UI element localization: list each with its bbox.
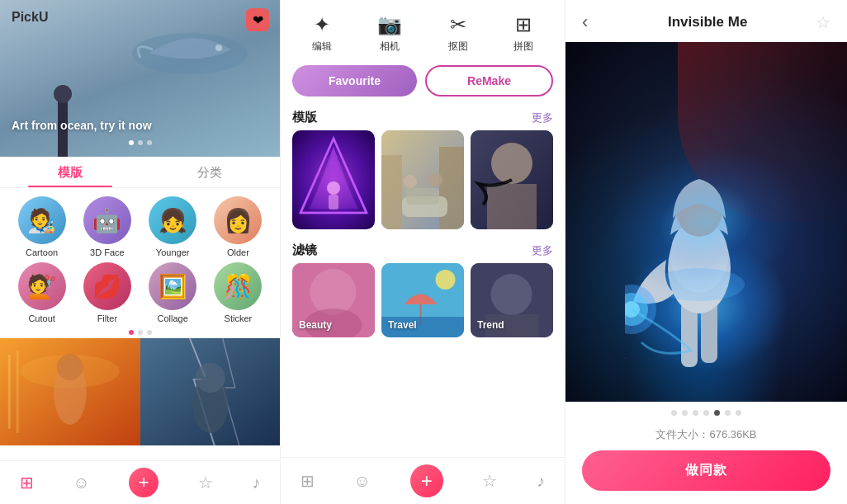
left-bottom-nav: ⊞ ☺ + ☆ ♪ <box>0 460 280 504</box>
nav-grid[interactable]: ⊞ <box>20 473 34 492</box>
app-name: PickU <box>12 10 48 25</box>
feature-3dface[interactable]: 🤖 3D Face <box>77 196 137 257</box>
main-image <box>565 42 847 402</box>
hero-dot-3 <box>147 140 152 145</box>
hero-dot-1 <box>129 140 134 145</box>
svg-rect-4 <box>17 351 19 433</box>
feature-collage[interactable]: 🖼️ Collage <box>143 262 203 323</box>
tool-collage[interactable]: ⊞ 拼图 <box>513 13 533 54</box>
mid-music-icon: ♪ <box>537 472 545 491</box>
collage-tool-label: 拼图 <box>513 40 533 54</box>
templates-section-header: 模版 更多 <box>281 105 565 130</box>
music-icon: ♪ <box>252 473 260 492</box>
nav-add-button[interactable]: + <box>129 468 159 497</box>
older-circle: 👩 <box>214 196 262 244</box>
promo-strip <box>0 338 280 445</box>
cta-area: 做同款 <box>565 450 847 504</box>
main-image-area <box>565 42 847 402</box>
svg-point-10 <box>195 363 225 393</box>
filter-beauty[interactable]: Beauty <box>292 263 375 337</box>
sticker-label: Sticker <box>225 313 253 323</box>
feature-younger[interactable]: 👧 Younger <box>143 196 203 257</box>
svg-point-41 <box>670 219 728 293</box>
filter-trend[interactable]: Trend <box>471 263 553 337</box>
favourite-button[interactable]: Favourite <box>292 65 417 97</box>
svg-point-16 <box>327 181 340 195</box>
filters-more[interactable]: 更多 <box>532 243 553 258</box>
feature-sticker[interactable]: 🎊 Sticker <box>208 262 268 323</box>
mid-star-icon: ☆ <box>482 471 497 491</box>
beauty-label: Beauty <box>299 319 332 331</box>
svg-point-36 <box>491 274 532 315</box>
promo-card-1[interactable] <box>0 338 140 445</box>
camera-icon: 📷 <box>377 13 402 36</box>
svg-rect-3 <box>8 355 11 429</box>
edit-label: 编辑 <box>312 40 332 54</box>
star-nav-icon: ☆ <box>198 473 213 492</box>
feature-cutout[interactable]: 💇 Cutout <box>12 262 72 323</box>
mid-panel: ✦ 编辑 📷 相机 ✂ 抠图 ⊞ 拼图 Favourite ReMake 模版 … <box>281 0 565 504</box>
younger-label: Younger <box>156 247 190 257</box>
filter-label: Filter <box>97 313 117 323</box>
cutout-circle: 💇 <box>18 262 66 310</box>
page-title: Invisible Me <box>599 14 816 31</box>
template-card-purple[interactable] <box>292 130 375 229</box>
rdot-4 <box>703 410 709 416</box>
promo-card-2[interactable] <box>140 338 281 445</box>
feature-filter[interactable]: 💋 Filter <box>77 262 137 323</box>
nav-star[interactable]: ☆ <box>198 473 213 492</box>
feature-cartoon[interactable]: 🧑‍🎨 Cartoon <box>12 196 72 257</box>
scissors-icon: ✂ <box>450 13 466 36</box>
cutout-tool-label: 抠图 <box>448 40 468 54</box>
filters-list: Beauty Travel Trend <box>281 263 565 346</box>
rdot-2 <box>682 410 688 416</box>
dot-1 <box>129 330 134 335</box>
mid-smile-icon: ☺ <box>354 472 371 491</box>
tab-template[interactable]: 模版 <box>0 157 140 187</box>
svg-rect-20 <box>439 147 464 229</box>
svg-rect-22 <box>406 188 439 205</box>
dot-3 <box>147 330 152 335</box>
whale-decoration <box>124 16 256 82</box>
mid-nav-grid[interactable]: ⊞ <box>300 471 315 491</box>
templates-more[interactable]: 更多 <box>532 111 553 125</box>
tool-cutout[interactable]: ✂ 抠图 <box>448 13 468 54</box>
mid-nav-music[interactable]: ♪ <box>537 472 545 491</box>
filesize-info: 文件大小：676.36KB <box>565 424 847 450</box>
remake-button[interactable]: ReMake <box>425 65 553 97</box>
cartoon-circle: 🧑‍🎨 <box>18 196 66 244</box>
svg-point-23 <box>404 175 417 188</box>
make-same-button[interactable]: 做同款 <box>582 450 830 491</box>
hero-banner: PickU ❤ Art from ocean, try it now <box>0 0 281 157</box>
template-card-street[interactable] <box>381 130 464 229</box>
travel-label: Travel <box>388 319 417 331</box>
camera-label: 相机 <box>380 40 400 54</box>
back-button[interactable]: ‹ <box>582 12 588 33</box>
tool-edit[interactable]: ✦ 编辑 <box>312 13 332 54</box>
tool-camera[interactable]: 📷 相机 <box>377 13 402 54</box>
3dface-circle: 🤖 <box>83 196 131 244</box>
filters-section-header: 滤镜 更多 <box>281 238 565 263</box>
svg-rect-27 <box>487 184 537 229</box>
nav-music[interactable]: ♪ <box>252 473 260 492</box>
nav-smile[interactable]: ☺ <box>73 473 89 492</box>
favourite-icon[interactable]: ☆ <box>816 12 830 32</box>
rdot-6 <box>725 410 731 416</box>
right-panel: ‹ Invisible Me ☆ <box>565 0 847 504</box>
3dface-label: 3D Face <box>90 247 125 257</box>
figure-svg <box>625 120 774 384</box>
templates-list <box>281 130 565 238</box>
mid-nav-smile[interactable]: ☺ <box>354 472 371 491</box>
svg-point-7 <box>57 354 83 380</box>
hero-dot-2 <box>138 140 143 145</box>
grid-icon: ⊞ <box>20 473 34 492</box>
svg-rect-17 <box>329 195 338 210</box>
mid-nav-star[interactable]: ☆ <box>482 471 497 491</box>
feature-older[interactable]: 👩 Older <box>208 196 268 257</box>
filter-travel[interactable]: Travel <box>381 263 464 337</box>
hero-tagline: Art from ocean, try it now <box>12 119 152 132</box>
template-card-dark[interactable] <box>471 130 553 229</box>
tab-category[interactable]: 分类 <box>140 157 281 187</box>
left-panel: PickU ❤ Art from ocean, try it now 模版 分类… <box>0 0 281 504</box>
mid-add-button[interactable]: + <box>410 464 443 497</box>
